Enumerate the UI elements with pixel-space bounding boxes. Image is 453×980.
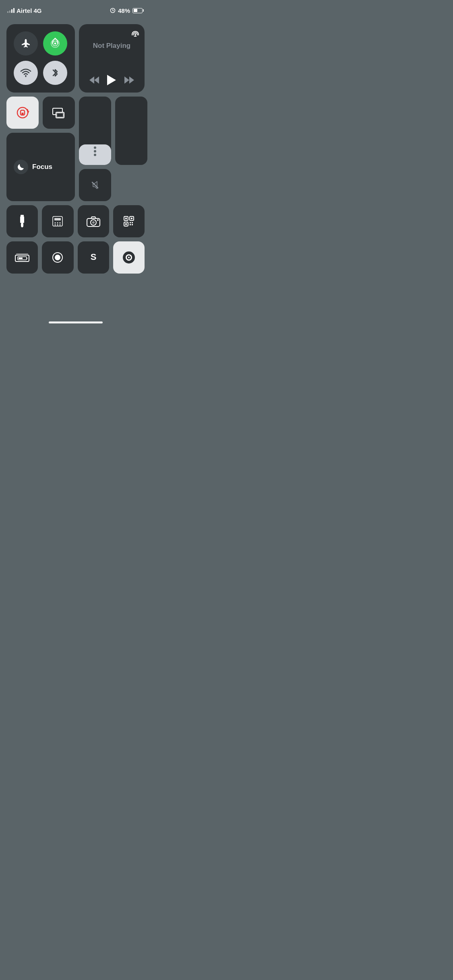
svg-rect-37	[125, 218, 127, 219]
svg-marker-5	[94, 76, 99, 84]
battery-percentage: 48%	[118, 7, 130, 14]
svg-point-28	[57, 224, 58, 226]
svg-point-25	[57, 222, 58, 224]
qr-code-button[interactable]	[113, 205, 145, 237]
svg-rect-18	[21, 215, 24, 216]
moon-icon	[14, 160, 28, 174]
svg-rect-42	[130, 224, 131, 225]
svg-marker-6	[89, 76, 94, 84]
signal-bar-2	[9, 10, 10, 13]
signal-bars	[7, 8, 14, 13]
volume-icon-wrapper	[115, 97, 147, 161]
screen-record-button[interactable]	[42, 241, 73, 274]
cellular-button[interactable]	[43, 31, 67, 56]
media-player[interactable]: Not Playing	[79, 24, 145, 93]
svg-marker-8	[124, 76, 129, 84]
svg-rect-19	[20, 216, 24, 223]
svg-point-32	[92, 221, 95, 224]
status-bar: Airtel 4G 48%	[0, 0, 151, 18]
svg-point-29	[60, 224, 61, 226]
screen-mirror-button[interactable]	[43, 97, 75, 129]
home-indicator	[49, 321, 103, 323]
lock-rotation-status-icon	[110, 8, 116, 13]
camera-button[interactable]	[78, 205, 109, 237]
svg-rect-38	[131, 218, 132, 219]
svg-marker-9	[129, 76, 134, 84]
svg-rect-23	[54, 218, 61, 220]
signal-bar-1	[7, 11, 8, 13]
svg-text:S: S	[90, 252, 96, 262]
svg-point-3	[54, 43, 56, 45]
airplane-mode-button[interactable]	[14, 31, 38, 56]
volume-slider[interactable]	[115, 97, 147, 165]
shazam-button[interactable]: S	[78, 241, 109, 274]
brightness-slider[interactable]	[79, 97, 111, 165]
row-icons-2: S	[6, 241, 145, 274]
svg-rect-39	[125, 223, 127, 225]
mute-button[interactable]	[79, 169, 111, 201]
play-button[interactable]	[105, 73, 118, 87]
svg-rect-12	[22, 113, 24, 115]
svg-point-50	[55, 255, 60, 260]
airplay-button[interactable]	[131, 29, 140, 38]
svg-rect-43	[132, 224, 133, 225]
left-col: Focus	[6, 97, 75, 201]
sliders-col	[79, 97, 111, 201]
svg-point-27	[55, 224, 56, 226]
network-block	[6, 24, 75, 93]
row-network-media: Not Playing	[6, 24, 145, 93]
accessibility-button[interactable]	[113, 241, 145, 274]
svg-rect-48	[27, 258, 27, 259]
brightness-icon-wrapper	[79, 97, 111, 161]
not-playing-label: Not Playing	[85, 42, 138, 50]
svg-marker-7	[107, 75, 116, 85]
media-controls	[85, 73, 138, 87]
svg-point-56	[128, 257, 130, 258]
svg-rect-45	[16, 253, 28, 254]
svg-rect-21	[21, 226, 23, 227]
volume-col	[115, 97, 147, 201]
row-icons-1	[6, 205, 145, 237]
rewind-button[interactable]	[88, 75, 101, 85]
signal-bar-4	[13, 8, 14, 13]
status-right: 48%	[110, 7, 144, 14]
calculator-button[interactable]	[42, 205, 73, 237]
focus-label: Focus	[32, 163, 52, 171]
svg-point-24	[55, 222, 56, 224]
screen-orientation-button[interactable]	[6, 241, 38, 274]
focus-button[interactable]: Focus	[6, 133, 75, 201]
svg-rect-40	[130, 222, 131, 223]
svg-rect-47	[19, 257, 23, 259]
status-left: Airtel 4G	[7, 7, 42, 14]
svg-point-4	[134, 33, 136, 35]
lock-rotation-button[interactable]	[6, 97, 39, 129]
carrier-label: Airtel 4G	[17, 7, 42, 14]
svg-point-26	[60, 222, 61, 224]
svg-rect-41	[132, 222, 133, 223]
svg-rect-16	[57, 113, 63, 117]
wifi-button[interactable]	[14, 61, 38, 85]
control-center: Not Playing	[0, 18, 151, 280]
signal-bar-3	[11, 9, 12, 13]
row-quick-tiles: Focus	[6, 97, 145, 201]
top-small-tiles	[6, 97, 75, 129]
svg-point-33	[97, 219, 99, 221]
bluetooth-button[interactable]	[43, 61, 67, 85]
battery-icon	[132, 8, 144, 13]
fast-forward-button[interactable]	[123, 75, 136, 85]
flashlight-button[interactable]	[6, 205, 38, 237]
